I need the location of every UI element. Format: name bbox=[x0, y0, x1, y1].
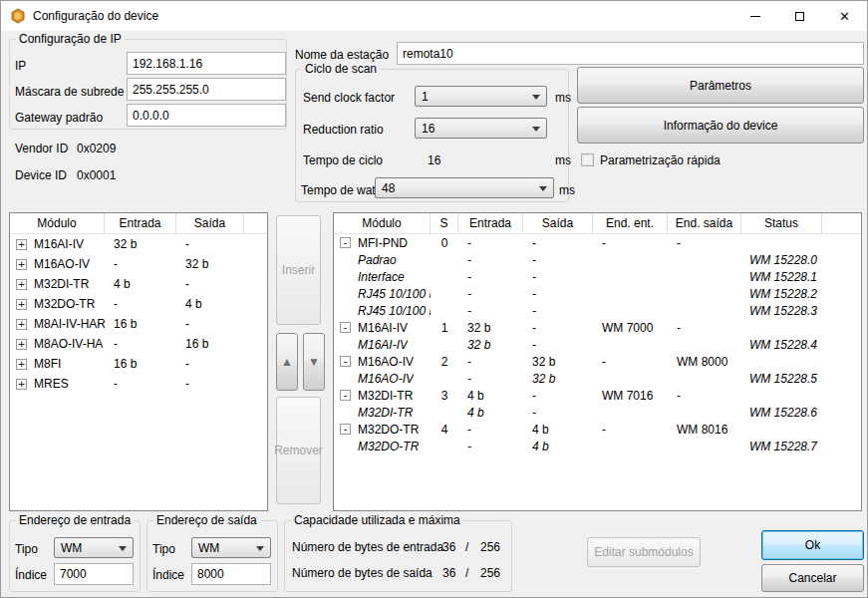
saida-cell: 32 b bbox=[523, 372, 593, 386]
table-row[interactable]: + M8AO-IV-HA - 16 b bbox=[10, 334, 267, 354]
entrada-cell: - bbox=[458, 236, 523, 250]
capacity-group: Capacidade utilizada e máxima bbox=[284, 520, 512, 592]
expand-icon[interactable]: + bbox=[16, 359, 27, 370]
table-row[interactable]: M32DO-TR - 4 b WM 15228.7 bbox=[334, 438, 861, 454]
column-header[interactable]: Saída bbox=[176, 213, 244, 233]
table-row[interactable]: Padrao - - WM 15228.0 bbox=[334, 251, 861, 268]
remover-button[interactable]: Remover bbox=[276, 397, 321, 504]
table-row[interactable]: - M32DI-TR 3 4 b - WM 7016 - bbox=[334, 387, 861, 404]
expand-icon[interactable]: + bbox=[16, 239, 27, 250]
status-cell: WM 15228.3 bbox=[741, 304, 822, 318]
cycle-time-value: 16 bbox=[428, 153, 440, 167]
collapse-icon[interactable]: - bbox=[340, 322, 351, 333]
saida-cell: 16 b bbox=[176, 337, 244, 351]
parametros-button[interactable]: Parâmetros bbox=[577, 67, 864, 104]
column-header[interactable]: End. ent. bbox=[593, 213, 668, 233]
inserir-button[interactable]: Inserir bbox=[276, 215, 321, 325]
table-row[interactable]: RJ45 10/100 M - - WM 15228.3 bbox=[334, 302, 861, 319]
subnet-label: Máscara de subrede bbox=[15, 85, 124, 99]
table-row[interactable]: RJ45 10/100 M - - WM 15228.2 bbox=[334, 285, 861, 302]
watchdog-combo[interactable]: 48 bbox=[375, 177, 554, 198]
app-icon bbox=[10, 8, 26, 24]
ip-input[interactable] bbox=[127, 52, 286, 75]
dropdown-arrow-icon bbox=[119, 546, 127, 551]
expand-icon[interactable]: + bbox=[16, 379, 27, 390]
table-row[interactable]: + M8FI 16 b - bbox=[10, 354, 267, 374]
tipo-out-value: WM bbox=[198, 541, 219, 555]
indice-in-input[interactable] bbox=[54, 563, 134, 585]
ok-button[interactable]: Ok bbox=[761, 530, 864, 560]
maximize-icon bbox=[795, 12, 804, 21]
column-header[interactable]: End. saída bbox=[668, 213, 741, 233]
station-name-input[interactable] bbox=[397, 42, 864, 65]
table-row[interactable]: M32DI-TR 4 b - WM 15228.6 bbox=[334, 404, 861, 421]
module-name: M8AI-IV-HAR bbox=[34, 317, 105, 331]
end-ent-cell: - bbox=[593, 236, 668, 250]
output-address-title: Endereço de saída bbox=[153, 513, 260, 527]
expand-icon[interactable]: + bbox=[16, 299, 27, 310]
close-button[interactable]: ✕ bbox=[822, 1, 867, 31]
table-row[interactable]: + M8AI-IV-HAR 16 b - bbox=[10, 314, 267, 334]
table-row[interactable]: + MRES - - bbox=[10, 374, 267, 394]
bytes-in-sep: / bbox=[465, 540, 468, 554]
module-name: M32DO-TR bbox=[34, 297, 95, 311]
reduction-ratio-combo[interactable]: 16 bbox=[415, 118, 547, 139]
table-row[interactable]: - M16AI-IV 1 32 b - WM 7000 - bbox=[334, 319, 861, 336]
entrada-cell: 4 b bbox=[458, 406, 523, 420]
device-info-button[interactable]: Informação do device bbox=[577, 107, 864, 144]
tipo-in-combo[interactable]: WM bbox=[54, 537, 134, 558]
saida-cell: - bbox=[523, 253, 593, 267]
table-row[interactable]: - M16AO-IV 2 - 32 b - WM 8000 bbox=[334, 353, 861, 370]
expand-icon[interactable]: + bbox=[16, 319, 27, 330]
status-cell: WM 15228.7 bbox=[741, 440, 822, 453]
table-row[interactable]: + M32DI-TR 4 b - bbox=[10, 274, 267, 294]
minimize-button[interactable] bbox=[732, 1, 777, 31]
table-row[interactable]: - M32DO-TR 4 - 4 b - WM 8016 bbox=[334, 421, 861, 438]
column-header[interactable]: Módulo bbox=[334, 213, 431, 233]
entrada-cell: 16 b bbox=[105, 357, 176, 371]
column-header[interactable]: S bbox=[431, 213, 458, 233]
gateway-input[interactable] bbox=[127, 104, 286, 127]
edit-submodules-button[interactable]: Editar submódulos bbox=[587, 537, 701, 567]
column-header[interactable]: Saída bbox=[523, 213, 593, 233]
module-name: MRES bbox=[34, 377, 69, 391]
table-row[interactable]: + M32DO-TR - 4 b bbox=[10, 294, 267, 314]
column-header[interactable]: Módulo bbox=[10, 213, 105, 233]
entrada-cell: 32 b bbox=[458, 321, 523, 335]
table-row[interactable]: + M16AO-IV - 32 b bbox=[10, 254, 267, 274]
slot-cell: 4 bbox=[431, 423, 458, 437]
entrada-cell: - bbox=[458, 270, 523, 284]
table-row[interactable]: M16AI-IV 32 b - WM 15228.4 bbox=[334, 336, 861, 353]
collapse-icon[interactable]: - bbox=[340, 356, 351, 367]
end-ent-cell: WM 7016 bbox=[593, 389, 668, 403]
saida-cell: - bbox=[176, 237, 244, 251]
saida-cell: - bbox=[523, 321, 593, 335]
expand-icon[interactable]: + bbox=[16, 259, 27, 270]
table-row[interactable]: + M16AI-IV 32 b - bbox=[10, 234, 267, 254]
maximize-button[interactable] bbox=[777, 1, 822, 31]
indice-out-input[interactable] bbox=[191, 563, 271, 585]
cancelar-button[interactable]: Cancelar bbox=[761, 564, 864, 592]
module-name: M32DO-TR bbox=[358, 423, 419, 437]
subnet-input[interactable] bbox=[127, 78, 286, 101]
column-header[interactable]: Entrada bbox=[458, 213, 523, 233]
table-row[interactable]: - MFI-PND 0 - - - - bbox=[334, 234, 861, 251]
tipo-out-combo[interactable]: WM bbox=[191, 537, 271, 558]
device-id-label: Device ID bbox=[15, 168, 67, 182]
saida-cell: - bbox=[523, 287, 593, 301]
column-header[interactable]: Status bbox=[741, 213, 822, 233]
tipo-in-label: Tipo bbox=[15, 542, 38, 556]
quick-param-checkbox[interactable] bbox=[581, 153, 594, 166]
expand-icon[interactable]: + bbox=[16, 279, 27, 290]
expand-icon[interactable]: + bbox=[16, 339, 27, 350]
collapse-icon[interactable]: - bbox=[340, 237, 351, 248]
collapse-icon[interactable]: - bbox=[340, 424, 351, 435]
reduction-ratio-value: 16 bbox=[422, 122, 434, 136]
move-up-button[interactable]: ▲ bbox=[276, 333, 298, 391]
move-down-button[interactable]: ▼ bbox=[303, 333, 325, 391]
column-header[interactable]: Entrada bbox=[105, 213, 176, 233]
collapse-icon[interactable]: - bbox=[340, 390, 351, 401]
table-row[interactable]: Interface - - WM 15228.1 bbox=[334, 268, 861, 285]
table-row[interactable]: M16AO-IV - 32 b WM 15228.5 bbox=[334, 370, 861, 387]
send-clock-combo[interactable]: 1 bbox=[415, 86, 547, 107]
